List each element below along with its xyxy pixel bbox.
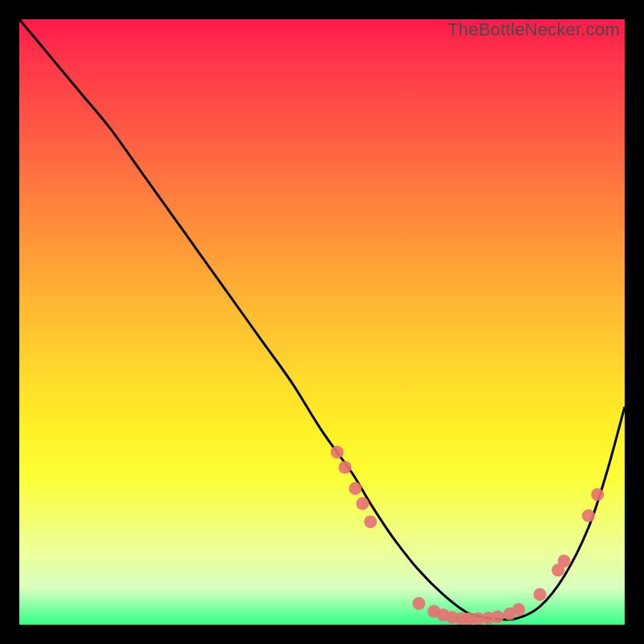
chart-frame: TheBottleNecker.com (19, 19, 625, 625)
bottleneck-curve (19, 19, 625, 620)
chart-svg (19, 19, 625, 625)
marker-dot (558, 555, 571, 568)
marker-dot (349, 482, 361, 495)
highlight-markers (331, 446, 604, 625)
marker-dot (591, 488, 604, 501)
marker-dot (512, 603, 525, 616)
watermark-text: TheBottleNecker.com (448, 19, 620, 40)
marker-dot (534, 588, 547, 601)
plot-area: TheBottleNecker.com (19, 19, 625, 625)
marker-dot (339, 461, 352, 474)
marker-dot (412, 597, 425, 610)
marker-dot (491, 610, 504, 623)
marker-dot (364, 515, 377, 528)
marker-dot (582, 510, 595, 522)
marker-dot (356, 497, 369, 510)
marker-dot (331, 446, 344, 459)
